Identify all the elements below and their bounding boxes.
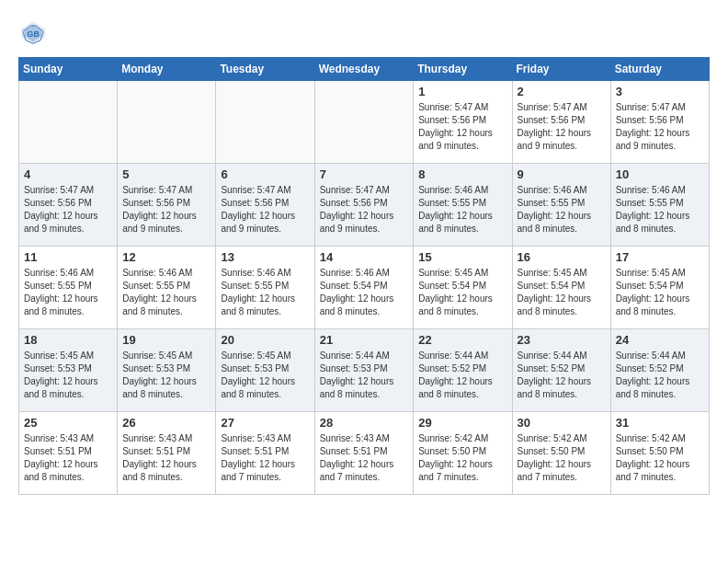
day-info: Sunrise: 5:45 AM Sunset: 5:53 PM Dayligh… [122, 350, 210, 401]
day-info: Sunrise: 5:45 AM Sunset: 5:53 PM Dayligh… [24, 350, 112, 401]
day-number: 30 [518, 416, 606, 430]
day-number: 10 [616, 167, 704, 181]
calendar-day-cell: 10Sunrise: 5:46 AM Sunset: 5:55 PM Dayli… [610, 164, 709, 247]
calendar-week-row: 4Sunrise: 5:47 AM Sunset: 5:56 PM Daylig… [19, 164, 710, 247]
calendar-day-cell: 16Sunrise: 5:45 AM Sunset: 5:54 PM Dayli… [512, 247, 610, 329]
day-number: 19 [122, 333, 210, 347]
day-number: 24 [616, 333, 704, 347]
day-number: 8 [418, 167, 506, 181]
calendar-day-cell: 29Sunrise: 5:42 AM Sunset: 5:50 PM Dayli… [414, 412, 512, 495]
calendar-day-cell [216, 81, 314, 164]
day-info: Sunrise: 5:46 AM Sunset: 5:55 PM Dayligh… [221, 267, 309, 318]
day-info: Sunrise: 5:45 AM Sunset: 5:54 PM Dayligh… [518, 267, 606, 318]
day-number: 28 [320, 416, 409, 430]
weekday-header: Monday [118, 58, 216, 81]
day-info: Sunrise: 5:42 AM Sunset: 5:50 PM Dayligh… [616, 432, 704, 484]
calendar-day-cell: 25Sunrise: 5:43 AM Sunset: 5:51 PM Dayli… [19, 412, 118, 495]
weekday-header: Tuesday [216, 58, 314, 81]
day-info: Sunrise: 5:46 AM Sunset: 5:55 PM Dayligh… [122, 267, 210, 318]
day-number: 12 [122, 250, 210, 264]
calendar-day-cell [118, 81, 216, 164]
day-info: Sunrise: 5:43 AM Sunset: 5:51 PM Dayligh… [122, 432, 210, 484]
day-info: Sunrise: 5:46 AM Sunset: 5:55 PM Dayligh… [418, 184, 506, 236]
calendar-day-cell: 26Sunrise: 5:43 AM Sunset: 5:51 PM Dayli… [118, 412, 216, 495]
day-info: Sunrise: 5:47 AM Sunset: 5:56 PM Dayligh… [24, 184, 112, 236]
calendar-day-cell: 28Sunrise: 5:43 AM Sunset: 5:51 PM Dayli… [314, 412, 414, 495]
day-number: 9 [518, 167, 606, 181]
calendar-day-cell: 18Sunrise: 5:45 AM Sunset: 5:53 PM Dayli… [19, 329, 118, 412]
weekday-header: Thursday [414, 58, 512, 81]
calendar-day-cell: 21Sunrise: 5:44 AM Sunset: 5:53 PM Dayli… [314, 329, 414, 412]
day-number: 17 [616, 250, 704, 264]
day-number: 14 [320, 250, 409, 264]
calendar-day-cell: 23Sunrise: 5:44 AM Sunset: 5:52 PM Dayli… [512, 329, 610, 412]
day-number: 27 [221, 416, 309, 430]
day-number: 16 [518, 250, 606, 264]
day-number: 3 [616, 85, 704, 98]
day-info: Sunrise: 5:42 AM Sunset: 5:50 PM Dayligh… [518, 432, 606, 484]
day-number: 11 [24, 250, 112, 264]
day-number: 20 [221, 333, 309, 347]
day-number: 13 [221, 250, 309, 264]
day-number: 5 [122, 167, 210, 181]
calendar-day-cell: 4Sunrise: 5:47 AM Sunset: 5:56 PM Daylig… [19, 164, 118, 247]
day-number: 25 [24, 416, 112, 430]
day-info: Sunrise: 5:47 AM Sunset: 5:56 PM Dayligh… [518, 101, 606, 153]
day-number: 22 [418, 333, 506, 347]
weekday-header-row: SundayMondayTuesdayWednesdayThursdayFrid… [19, 58, 710, 81]
weekday-header: Wednesday [314, 58, 414, 81]
calendar-day-cell: 2Sunrise: 5:47 AM Sunset: 5:56 PM Daylig… [512, 81, 610, 164]
calendar-day-cell: 17Sunrise: 5:45 AM Sunset: 5:54 PM Dayli… [610, 247, 709, 329]
calendar-day-cell: 11Sunrise: 5:46 AM Sunset: 5:55 PM Dayli… [19, 247, 118, 329]
calendar-week-row: 18Sunrise: 5:45 AM Sunset: 5:53 PM Dayli… [19, 329, 710, 412]
day-info: Sunrise: 5:44 AM Sunset: 5:52 PM Dayligh… [616, 350, 704, 401]
calendar-day-cell: 31Sunrise: 5:42 AM Sunset: 5:50 PM Dayli… [610, 412, 709, 495]
day-info: Sunrise: 5:43 AM Sunset: 5:51 PM Dayligh… [24, 432, 112, 484]
day-number: 21 [320, 333, 409, 347]
calendar-day-cell [314, 81, 414, 164]
page-header: GB [18, 18, 710, 48]
calendar-day-cell: 3Sunrise: 5:47 AM Sunset: 5:56 PM Daylig… [610, 81, 709, 164]
calendar-day-cell: 27Sunrise: 5:43 AM Sunset: 5:51 PM Dayli… [216, 412, 314, 495]
calendar-day-cell: 14Sunrise: 5:46 AM Sunset: 5:54 PM Dayli… [314, 247, 414, 329]
calendar-day-cell: 6Sunrise: 5:47 AM Sunset: 5:56 PM Daylig… [216, 164, 314, 247]
day-info: Sunrise: 5:43 AM Sunset: 5:51 PM Dayligh… [221, 432, 309, 484]
weekday-header: Sunday [19, 58, 118, 81]
day-number: 18 [24, 333, 112, 347]
calendar-day-cell: 13Sunrise: 5:46 AM Sunset: 5:55 PM Dayli… [216, 247, 314, 329]
calendar-week-row: 11Sunrise: 5:46 AM Sunset: 5:55 PM Dayli… [19, 247, 710, 329]
calendar-day-cell: 8Sunrise: 5:46 AM Sunset: 5:55 PM Daylig… [414, 164, 512, 247]
day-info: Sunrise: 5:47 AM Sunset: 5:56 PM Dayligh… [418, 101, 506, 153]
calendar-day-cell: 15Sunrise: 5:45 AM Sunset: 5:54 PM Dayli… [414, 247, 512, 329]
weekday-header: Saturday [610, 58, 709, 81]
day-info: Sunrise: 5:46 AM Sunset: 5:54 PM Dayligh… [320, 267, 409, 318]
calendar-day-cell: 22Sunrise: 5:44 AM Sunset: 5:52 PM Dayli… [414, 329, 512, 412]
calendar-day-cell: 20Sunrise: 5:45 AM Sunset: 5:53 PM Dayli… [216, 329, 314, 412]
day-number: 23 [518, 333, 606, 347]
day-info: Sunrise: 5:47 AM Sunset: 5:56 PM Dayligh… [616, 101, 704, 153]
day-number: 2 [518, 85, 606, 98]
calendar-day-cell: 9Sunrise: 5:46 AM Sunset: 5:55 PM Daylig… [512, 164, 610, 247]
day-number: 29 [418, 416, 506, 430]
day-info: Sunrise: 5:47 AM Sunset: 5:56 PM Dayligh… [320, 184, 409, 236]
day-info: Sunrise: 5:46 AM Sunset: 5:55 PM Dayligh… [24, 267, 112, 318]
day-number: 4 [24, 167, 112, 181]
svg-text:GB: GB [28, 29, 40, 39]
calendar-day-cell: 19Sunrise: 5:45 AM Sunset: 5:53 PM Dayli… [118, 329, 216, 412]
calendar-day-cell: 24Sunrise: 5:44 AM Sunset: 5:52 PM Dayli… [610, 329, 709, 412]
day-info: Sunrise: 5:42 AM Sunset: 5:50 PM Dayligh… [418, 432, 506, 484]
day-info: Sunrise: 5:47 AM Sunset: 5:56 PM Dayligh… [221, 184, 309, 236]
logo: GB [18, 18, 51, 48]
day-info: Sunrise: 5:46 AM Sunset: 5:55 PM Dayligh… [616, 184, 704, 236]
weekday-header: Friday [512, 58, 610, 81]
day-info: Sunrise: 5:44 AM Sunset: 5:52 PM Dayligh… [518, 350, 606, 401]
day-info: Sunrise: 5:44 AM Sunset: 5:53 PM Dayligh… [320, 350, 409, 401]
day-info: Sunrise: 5:45 AM Sunset: 5:53 PM Dayligh… [221, 350, 309, 401]
calendar-day-cell: 5Sunrise: 5:47 AM Sunset: 5:56 PM Daylig… [118, 164, 216, 247]
day-info: Sunrise: 5:45 AM Sunset: 5:54 PM Dayligh… [616, 267, 704, 318]
day-info: Sunrise: 5:44 AM Sunset: 5:52 PM Dayligh… [418, 350, 506, 401]
day-number: 7 [320, 167, 409, 181]
calendar-day-cell: 1Sunrise: 5:47 AM Sunset: 5:56 PM Daylig… [414, 81, 512, 164]
calendar-table: SundayMondayTuesdayWednesdayThursdayFrid… [18, 57, 710, 495]
logo-icon: GB [18, 18, 48, 48]
